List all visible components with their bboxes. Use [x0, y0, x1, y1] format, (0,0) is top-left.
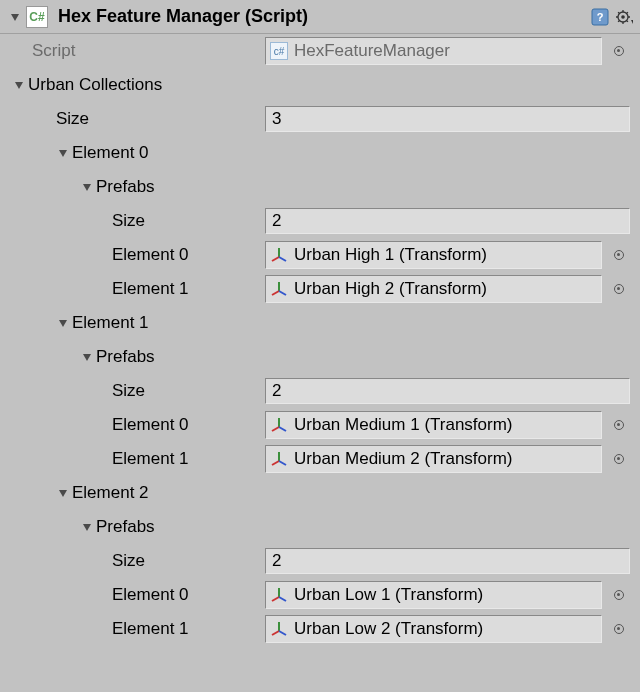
element-2-item-1-row: Element 1 Urban Low 2 (Transform): [0, 612, 640, 646]
element-0-prefabs-size-row: Size: [0, 204, 640, 238]
component-foldout-icon[interactable]: [8, 10, 22, 24]
size-label: Size: [112, 551, 145, 571]
transform-object-field[interactable]: Urban Low 1 (Transform): [265, 581, 602, 609]
urban-collections-size-row: Size: [0, 102, 640, 136]
chevron-down-icon: [56, 316, 70, 330]
svg-line-18: [272, 257, 279, 261]
transform-icon: [270, 280, 288, 298]
prefabs-label: Prefabs: [96, 347, 155, 367]
svg-line-22: [279, 291, 286, 295]
prefabs-label: Prefabs: [96, 517, 155, 537]
transform-icon: [270, 416, 288, 434]
size-input[interactable]: [265, 378, 630, 404]
script-object-field: c# HexFeatureManager: [265, 37, 602, 65]
script-row: Script c# HexFeatureManager: [0, 34, 640, 68]
svg-line-9: [618, 12, 619, 13]
element-1-item-0-row: Element 0 Urban Medium 1 (Transform): [0, 408, 640, 442]
transform-icon: [270, 246, 288, 264]
size-label: Size: [112, 381, 145, 401]
element-2-item-0-row: Element 0 Urban Low 1 (Transform): [0, 578, 640, 612]
svg-line-21: [272, 291, 279, 295]
size-input[interactable]: [265, 548, 630, 574]
element-0-item-1-row: Element 1 Urban High 2 (Transform): [0, 272, 640, 306]
element-1-prefabs-foldout[interactable]: Prefabs: [0, 340, 640, 374]
urban-collections-foldout[interactable]: Urban Collections: [0, 68, 640, 102]
svg-marker-23: [59, 320, 67, 327]
object-picker-icon[interactable]: [608, 414, 630, 436]
item-label: Element 1: [112, 279, 189, 299]
prefabs-label: Prefabs: [96, 177, 155, 197]
component-title: Hex Feature Manager (Script): [58, 6, 586, 27]
svg-marker-15: [59, 150, 67, 157]
svg-marker-31: [59, 490, 67, 497]
item-label: Element 1: [112, 619, 189, 639]
gear-icon[interactable]: ▾: [614, 7, 634, 27]
object-picker-icon[interactable]: [608, 40, 630, 62]
element-label: Element 1: [72, 313, 149, 333]
svg-line-35: [279, 597, 286, 601]
element-2-foldout[interactable]: Element 2: [0, 476, 640, 510]
chevron-down-icon: [80, 520, 94, 534]
chevron-down-icon: [56, 146, 70, 160]
help-icon[interactable]: ?: [590, 7, 610, 27]
object-picker-icon[interactable]: [608, 278, 630, 300]
object-value: Urban Medium 1 (Transform): [294, 415, 513, 435]
size-input[interactable]: [265, 208, 630, 234]
size-label: Size: [112, 211, 145, 231]
transform-object-field[interactable]: Urban Low 2 (Transform): [265, 615, 602, 643]
transform-object-field[interactable]: Urban High 1 (Transform): [265, 241, 602, 269]
object-value: Urban High 2 (Transform): [294, 279, 487, 299]
svg-marker-32: [83, 524, 91, 531]
svg-line-26: [272, 427, 279, 431]
element-2-prefabs-foldout[interactable]: Prefabs: [0, 510, 640, 544]
svg-marker-0: [11, 14, 19, 21]
svg-text:?: ?: [597, 11, 604, 23]
transform-object-field[interactable]: Urban Medium 1 (Transform): [265, 411, 602, 439]
svg-line-11: [618, 20, 619, 21]
object-value: Urban Low 1 (Transform): [294, 585, 483, 605]
svg-line-19: [279, 257, 286, 261]
element-1-prefabs-size-row: Size: [0, 374, 640, 408]
element-0-item-0-row: Element 0 Urban High 1 (Transform): [0, 238, 640, 272]
object-picker-icon[interactable]: [608, 618, 630, 640]
svg-point-4: [621, 15, 625, 19]
chevron-down-icon: [56, 486, 70, 500]
svg-marker-16: [83, 184, 91, 191]
item-label: Element 1: [112, 449, 189, 469]
svg-line-38: [279, 631, 286, 635]
element-0-prefabs-foldout[interactable]: Prefabs: [0, 170, 640, 204]
object-value: Urban Medium 2 (Transform): [294, 449, 513, 469]
svg-text:▾: ▾: [631, 17, 633, 26]
object-picker-icon[interactable]: [608, 584, 630, 606]
svg-line-34: [272, 597, 279, 601]
inspector-panel: C# Hex Feature Manager (Script) ? ▾ Scri…: [0, 0, 640, 692]
object-picker-icon[interactable]: [608, 448, 630, 470]
csharp-script-icon: C#: [26, 6, 48, 28]
csharp-mini-icon: c#: [270, 42, 288, 60]
object-value: Urban Low 2 (Transform): [294, 619, 483, 639]
element-0-foldout[interactable]: Element 0: [0, 136, 640, 170]
svg-line-30: [279, 461, 286, 465]
size-label: Size: [56, 109, 89, 129]
svg-marker-14: [15, 82, 23, 89]
component-header: C# Hex Feature Manager (Script) ? ▾: [0, 0, 640, 34]
element-1-foldout[interactable]: Element 1: [0, 306, 640, 340]
item-label: Element 0: [112, 415, 189, 435]
script-label: Script: [32, 41, 75, 61]
element-label: Element 0: [72, 143, 149, 163]
transform-icon: [270, 586, 288, 604]
chevron-down-icon: [80, 350, 94, 364]
script-value: HexFeatureManager: [294, 41, 450, 61]
svg-line-37: [272, 631, 279, 635]
element-2-prefabs-size-row: Size: [0, 544, 640, 578]
urban-collections-size-input[interactable]: [265, 106, 630, 132]
svg-line-12: [627, 12, 628, 13]
chevron-down-icon: [80, 180, 94, 194]
svg-marker-24: [83, 354, 91, 361]
transform-icon: [270, 450, 288, 468]
transform-object-field[interactable]: Urban Medium 2 (Transform): [265, 445, 602, 473]
transform-icon: [270, 620, 288, 638]
chevron-down-icon: [12, 78, 26, 92]
transform-object-field[interactable]: Urban High 2 (Transform): [265, 275, 602, 303]
object-picker-icon[interactable]: [608, 244, 630, 266]
